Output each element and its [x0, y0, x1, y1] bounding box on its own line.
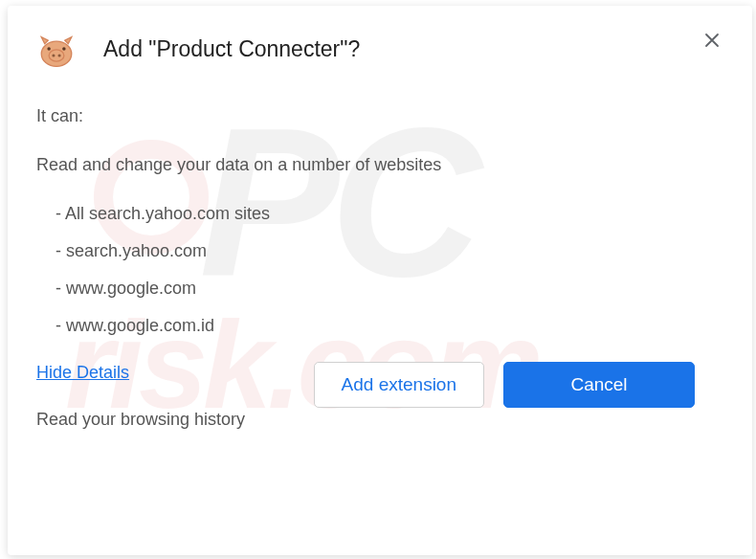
dialog-header: Add "Product Connecter"? [36, 29, 723, 69]
svg-point-2 [52, 54, 55, 56]
cancel-button[interactable]: Cancel [503, 362, 695, 408]
svg-point-5 [62, 47, 66, 51]
permission-browsing-history: Read your browsing history [36, 407, 723, 433]
extension-icon [36, 29, 77, 69]
svg-point-3 [57, 54, 60, 56]
svg-point-4 [47, 47, 51, 51]
site-item: - www.google.com.id [36, 313, 723, 339]
extension-install-dialog: PC risk.com Add "Product Connecter"? [8, 6, 752, 555]
it-can-label: It can: [36, 103, 723, 129]
close-icon [704, 33, 720, 48]
svg-point-1 [49, 50, 64, 61]
dialog-title: Add "Product Connecter"? [103, 36, 360, 62]
hide-details-link[interactable]: Hide Details [36, 363, 129, 382]
permission-data-access: Read and change your data on a number of… [36, 152, 723, 178]
site-item: - www.google.com [36, 276, 723, 302]
sites-list: - All search.yahoo.com sites - search.ya… [36, 201, 723, 339]
site-item: - All search.yahoo.com sites [36, 201, 723, 227]
site-item: - search.yahoo.com [36, 238, 723, 264]
close-button[interactable] [700, 29, 723, 52]
add-extension-button[interactable]: Add extension [314, 362, 484, 408]
dialog-footer: Add extension Cancel [314, 362, 695, 408]
